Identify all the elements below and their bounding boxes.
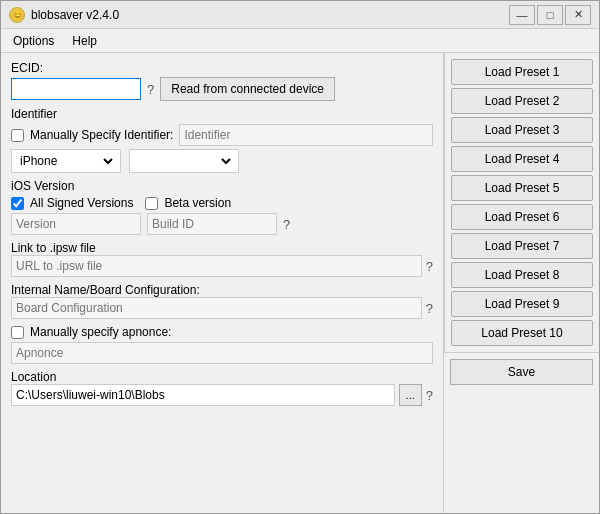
ecid-help-icon[interactable]: ? <box>147 82 154 97</box>
load-preset-1-button[interactable]: Load Preset 1 <box>451 59 593 85</box>
load-preset-3-button[interactable]: Load Preset 3 <box>451 117 593 143</box>
browse-button[interactable]: ... <box>399 384 422 406</box>
manually-specify-row: Manually Specify Identifier: <box>11 124 433 146</box>
load-preset-9-button[interactable]: Load Preset 9 <box>451 291 593 317</box>
ecid-section: ECID: ? Read from connected device <box>11 61 433 101</box>
title-bar-left: 😊 blobsaver v2.4.0 <box>9 7 119 23</box>
device-model-select[interactable] <box>134 153 234 169</box>
location-input[interactable] <box>11 384 395 406</box>
load-preset-4-button[interactable]: Load Preset 4 <box>451 146 593 172</box>
apnonce-label: Manually specify apnonce: <box>30 325 171 339</box>
ipsw-help-icon[interactable]: ? <box>426 259 433 274</box>
identifier-input[interactable] <box>179 124 433 146</box>
apnonce-section: Manually specify apnonce: <box>11 325 433 364</box>
content-area: ECID: ? Read from connected device Ident… <box>1 53 599 513</box>
menu-options[interactable]: Options <box>5 32 62 50</box>
ios-version-label: iOS Version <box>11 179 433 193</box>
device-type-select[interactable]: iPhone iPad iPod AppleTV <box>16 153 116 169</box>
board-config-input-row: ? <box>11 297 433 319</box>
minimize-button[interactable]: — <box>509 5 535 25</box>
device-model-dropdown[interactable] <box>129 149 239 173</box>
menu-help[interactable]: Help <box>64 32 105 50</box>
board-config-label: Internal Name/Board Configuration: <box>11 283 200 297</box>
beta-label: Beta version <box>164 196 231 210</box>
location-section: Location ... ? <box>11 370 433 406</box>
ecid-input[interactable] <box>11 78 141 100</box>
main-window: 😊 blobsaver v2.4.0 — □ ✕ Options Help EC… <box>0 0 600 514</box>
beta-checkbox[interactable] <box>145 197 158 210</box>
board-config-help-icon[interactable]: ? <box>426 301 433 316</box>
manually-specify-checkbox[interactable] <box>11 129 24 142</box>
ipsw-label: Link to .ipsw file <box>11 241 96 255</box>
save-button[interactable]: Save <box>450 359 593 385</box>
load-preset-8-button[interactable]: Load Preset 8 <box>451 262 593 288</box>
identifier-label: Identifier <box>11 107 433 121</box>
location-help-icon[interactable]: ? <box>426 388 433 403</box>
apnonce-checkbox[interactable] <box>11 326 24 339</box>
load-preset-7-button[interactable]: Load Preset 7 <box>451 233 593 259</box>
all-signed-row: All Signed Versions <box>11 196 133 210</box>
load-preset-6-button[interactable]: Load Preset 6 <box>451 204 593 230</box>
ios-version-section: iOS Version All Signed Versions Beta ver… <box>11 179 433 235</box>
maximize-button[interactable]: □ <box>537 5 563 25</box>
location-row: ... ? <box>11 384 433 406</box>
board-config-section: Internal Name/Board Configuration: ? <box>11 283 433 319</box>
board-config-input[interactable] <box>11 297 422 319</box>
ecid-row: ECID: <box>11 61 433 75</box>
device-row: iPhone iPad iPod AppleTV <box>11 149 433 173</box>
close-button[interactable]: ✕ <box>565 5 591 25</box>
beta-row: Beta version <box>145 196 231 210</box>
read-from-device-button[interactable]: Read from connected device <box>160 77 335 101</box>
preset-panel: Load Preset 1Load Preset 2Load Preset 3L… <box>444 53 599 352</box>
title-bar: 😊 blobsaver v2.4.0 — □ ✕ <box>1 1 599 29</box>
apnonce-checkbox-row: Manually specify apnonce: <box>11 325 433 339</box>
title-bar-controls: — □ ✕ <box>509 5 591 25</box>
all-signed-checkbox[interactable] <box>11 197 24 210</box>
menu-bar: Options Help <box>1 29 599 53</box>
manually-specify-label: Manually Specify Identifier: <box>30 128 173 142</box>
version-row: ? <box>11 213 433 235</box>
identifier-section: Identifier Manually Specify Identifier: … <box>11 107 433 173</box>
window-title: blobsaver v2.4.0 <box>31 8 119 22</box>
location-label: Location <box>11 370 56 384</box>
build-help-icon[interactable]: ? <box>283 217 290 232</box>
ecid-label: ECID: <box>11 61 43 75</box>
right-panel: Load Preset 1Load Preset 2Load Preset 3L… <box>443 53 599 513</box>
build-id-input[interactable] <box>147 213 277 235</box>
save-area: Save <box>444 352 599 391</box>
app-icon: 😊 <box>9 7 25 23</box>
version-input[interactable] <box>11 213 141 235</box>
apnonce-input[interactable] <box>11 342 433 364</box>
ipsw-input-row: ? <box>11 255 433 277</box>
ios-checkboxes-row: All Signed Versions Beta version <box>11 196 433 210</box>
ecid-input-row: ? Read from connected device <box>11 77 433 101</box>
load-preset-5-button[interactable]: Load Preset 5 <box>451 175 593 201</box>
ipsw-url-input[interactable] <box>11 255 422 277</box>
main-panel: ECID: ? Read from connected device Ident… <box>1 53 443 513</box>
load-preset-2-button[interactable]: Load Preset 2 <box>451 88 593 114</box>
all-signed-label: All Signed Versions <box>30 196 133 210</box>
ipsw-section: Link to .ipsw file ? <box>11 241 433 277</box>
device-type-dropdown[interactable]: iPhone iPad iPod AppleTV <box>11 149 121 173</box>
load-preset-10-button[interactable]: Load Preset 10 <box>451 320 593 346</box>
